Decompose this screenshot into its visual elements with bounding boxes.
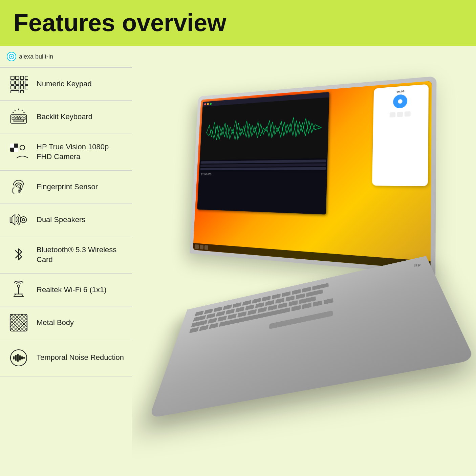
- svg-line-18: [23, 112, 25, 113]
- svg-rect-22: [17, 116, 19, 117]
- feature-label-bluetooth: Bluetooth® 5.3 Wireless Card: [37, 245, 125, 264]
- video-editor-window: 12:00:000: [197, 92, 329, 215]
- svg-rect-63: [21, 356, 23, 360]
- svg-line-43: [10, 314, 23, 327]
- svg-rect-4: [11, 81, 14, 84]
- svg-rect-27: [18, 118, 20, 120]
- svg-line-17: [12, 112, 14, 113]
- svg-rect-64: [23, 357, 25, 359]
- metal-body-icon: [7, 312, 30, 333]
- alexa-label: alexa built-in: [19, 53, 53, 60]
- svg-rect-23: [20, 116, 22, 117]
- svg-point-37: [17, 285, 20, 287]
- page-title: Features overview: [14, 9, 462, 36]
- svg-rect-10: [20, 86, 24, 89]
- alexa-badge: alexa built-in: [0, 46, 132, 68]
- svg-rect-9: [16, 86, 19, 89]
- svg-rect-24: [23, 116, 25, 117]
- feature-label-fingerprint: Fingerprint Sensor: [37, 182, 98, 192]
- feature-item-temporal-noise: Temporal Noise Reduction: [0, 339, 132, 376]
- feature-item-fingerprint: Fingerprint Sensor: [0, 171, 132, 203]
- svg-line-44: [10, 314, 26, 330]
- page-wrapper: Features overview alexa built-in: [0, 0, 476, 476]
- svg-line-16: [22, 110, 23, 111]
- laptop-panel: 12:00:000 00:08: [132, 46, 476, 476]
- svg-rect-11: [25, 86, 28, 89]
- svg-rect-8: [11, 86, 14, 89]
- feature-label-wifi: Realtek Wi-Fi 6 (1x1): [37, 285, 107, 295]
- svg-line-50: [21, 314, 27, 320]
- alexa-icon: [7, 52, 16, 61]
- svg-rect-62: [19, 355, 21, 361]
- svg-rect-59: [13, 356, 15, 360]
- svg-rect-2: [20, 76, 24, 80]
- svg-rect-13: [20, 90, 24, 93]
- feature-label-numeric-keypad: Numeric Keypad: [37, 79, 92, 89]
- voice-recorder-widget: 00:08: [372, 84, 429, 186]
- svg-rect-6: [20, 81, 24, 84]
- feature-label-temporal-noise: Temporal Noise Reduction: [37, 353, 124, 363]
- feature-item-backlit-keyboard: Backlit Keyboard: [0, 101, 132, 133]
- features-panel: alexa built-in: [0, 46, 132, 476]
- svg-point-35: [20, 217, 26, 223]
- svg-rect-32: [14, 148, 18, 152]
- feature-item-speakers: Dual Speakers: [0, 203, 132, 236]
- feature-item-bluetooth: Bluetooth® 5.3 Wireless Card: [0, 236, 132, 274]
- svg-line-15: [14, 110, 16, 111]
- svg-rect-31: [10, 144, 14, 148]
- noise-reduction-icon: [7, 348, 30, 368]
- svg-rect-12: [11, 90, 19, 93]
- feature-label-speakers: Dual Speakers: [37, 215, 85, 225]
- laptop-illustration: 12:00:000 00:08: [152, 59, 456, 465]
- svg-rect-28: [21, 118, 25, 120]
- header: Features overview: [0, 0, 476, 46]
- svg-rect-60: [15, 355, 17, 361]
- svg-line-53: [11, 314, 27, 330]
- camera-icon: [7, 142, 30, 162]
- feature-label-camera: HP True Vision 1080p FHD Camera: [37, 142, 125, 161]
- dual-speakers-icon: [7, 210, 30, 230]
- feature-item-wifi: Realtek Wi-Fi 6 (1x1): [0, 274, 132, 306]
- svg-rect-3: [25, 76, 28, 80]
- svg-rect-34: [10, 217, 12, 222]
- feature-label-metal-body: Metal Body: [37, 318, 74, 328]
- feature-item-metal-body: Metal Body: [0, 306, 132, 339]
- laptop-lid: 12:00:000 00:08: [190, 76, 436, 275]
- svg-point-33: [20, 145, 25, 150]
- backlit-keyboard-icon: [7, 107, 30, 127]
- feature-label-backlit-keyboard: Backlit Keyboard: [37, 112, 92, 122]
- svg-rect-61: [17, 354, 19, 362]
- svg-rect-29: [14, 120, 24, 122]
- svg-rect-20: [12, 116, 14, 117]
- bluetooth-icon: [7, 245, 30, 265]
- feature-item-camera: HP True Vision 1080p FHD Camera: [0, 133, 132, 171]
- svg-rect-0: [11, 76, 14, 80]
- numeric-keypad-icon: [7, 74, 30, 94]
- feature-item-numeric-keypad: Numeric Keypad: [0, 68, 132, 101]
- main-content: alexa built-in: [0, 46, 476, 476]
- svg-rect-1: [16, 76, 19, 80]
- wifi-icon: [7, 280, 30, 300]
- svg-rect-25: [12, 118, 15, 120]
- svg-line-52: [14, 314, 27, 327]
- svg-rect-7: [25, 81, 28, 84]
- svg-rect-21: [15, 116, 17, 117]
- svg-point-36: [22, 219, 25, 221]
- fingerprint-icon: [7, 177, 30, 197]
- svg-rect-5: [16, 81, 19, 84]
- laptop-base: [149, 256, 475, 418]
- svg-rect-26: [16, 118, 18, 120]
